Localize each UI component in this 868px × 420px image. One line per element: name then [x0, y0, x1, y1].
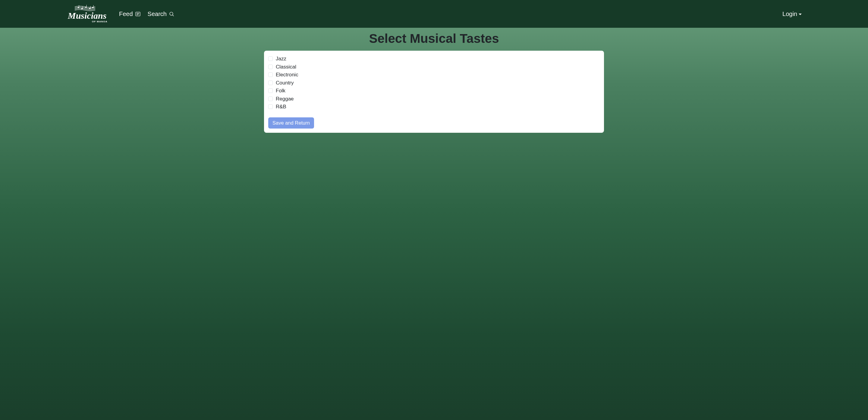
logo[interactable]: Musicians OF MANOA	[6, 4, 110, 24]
feed-nav-link[interactable]: Feed	[119, 10, 141, 18]
checkbox-label[interactable]: Country	[276, 79, 294, 87]
checkbox-label[interactable]: Electronic	[276, 71, 299, 79]
checkbox-label[interactable]: Folk	[276, 87, 285, 95]
checkbox-rnb[interactable]	[268, 104, 273, 109]
login-dropdown[interactable]: Login	[782, 10, 802, 18]
checkbox-label[interactable]: Jazz	[276, 55, 286, 63]
feed-list-icon	[135, 11, 141, 17]
checkbox-country[interactable]	[268, 81, 273, 85]
checkbox-label[interactable]: Reggae	[276, 95, 294, 103]
page-title: Select Musical Tastes	[0, 31, 868, 46]
checkbox-reggae[interactable]	[268, 96, 273, 101]
save-and-return-button[interactable]: Save and Return	[268, 117, 314, 129]
checkbox-item-jazz: Jazz	[268, 55, 600, 63]
checkbox-jazz[interactable]	[268, 56, 273, 61]
checkbox-classical[interactable]	[268, 64, 273, 69]
svg-text:Musicians: Musicians	[67, 10, 106, 21]
nav-links: Feed Search	[119, 10, 174, 18]
navbar-right: Login	[782, 10, 862, 18]
checkbox-item-rnb: R&B	[268, 103, 600, 111]
navbar: Musicians OF MANOA Feed	[0, 0, 868, 28]
checkbox-folk[interactable]	[268, 88, 273, 93]
checkbox-item-country: Country	[268, 79, 600, 87]
search-nav-link[interactable]: Search	[148, 10, 174, 18]
login-label: Login	[782, 10, 797, 18]
checkbox-item-reggae: Reggae	[268, 95, 600, 103]
navbar-left: Musicians OF MANOA Feed	[6, 4, 174, 24]
svg-point-16	[170, 12, 173, 16]
checkbox-item-folk: Folk	[268, 87, 600, 95]
checkbox-label[interactable]: Classical	[276, 63, 296, 71]
tastes-card: Jazz Classical Electronic Country Folk R…	[264, 51, 604, 133]
search-label: Search	[148, 10, 167, 18]
checkbox-list: Jazz Classical Electronic Country Folk R…	[268, 55, 600, 111]
checkbox-item-classical: Classical	[268, 63, 600, 71]
checkbox-item-electronic: Electronic	[268, 71, 600, 79]
feed-label: Feed	[119, 10, 133, 18]
svg-line-17	[173, 15, 174, 16]
chevron-down-icon	[799, 13, 802, 15]
musicians-of-manoa-logo-icon: Musicians OF MANOA	[66, 4, 110, 24]
checkbox-electronic[interactable]	[268, 73, 273, 77]
svg-text:OF MANOA: OF MANOA	[92, 20, 107, 23]
search-icon	[169, 11, 174, 17]
checkbox-label[interactable]: R&B	[276, 103, 286, 111]
